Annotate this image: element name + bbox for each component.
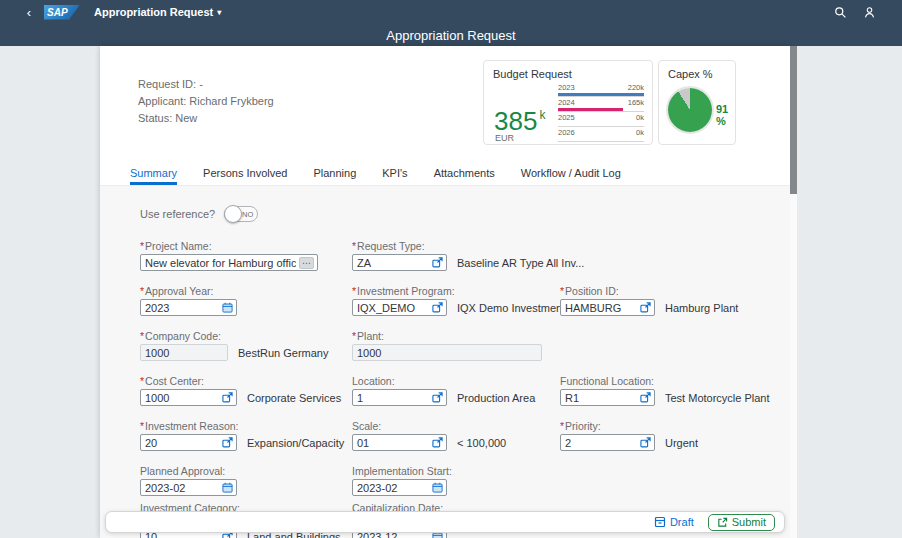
capex-card-title: Capex % (659, 61, 735, 80)
investment-program-input[interactable] (356, 302, 430, 314)
field-description: Expansion/Capacity (247, 437, 344, 449)
footer-toolbar: Draft Submit (105, 511, 785, 533)
capex-card[interactable]: Capex % 91 % (658, 60, 736, 145)
submit-button[interactable]: Submit (708, 514, 775, 531)
field-investment-reason: Investment Reason: Expansion/Capacity (140, 420, 344, 451)
field-priority: Priority: Urgent (560, 420, 698, 451)
draft-label: Draft (670, 516, 694, 528)
tab-planning[interactable]: Planning (313, 164, 356, 185)
planned-approval-input[interactable] (144, 482, 220, 494)
field-position-id: Position ID: Hamburg Plant (560, 285, 738, 316)
app-title-menu[interactable]: Appropriation Request ▾ (94, 6, 221, 18)
scrollbar-track[interactable] (790, 46, 797, 538)
use-reference-toggle[interactable]: NO (224, 206, 258, 222)
field-label: Implementation Start: (352, 465, 452, 478)
field-label: Plant: (352, 330, 542, 343)
calendar-icon[interactable] (222, 302, 233, 313)
tab-attachments[interactable]: Attachments (434, 164, 495, 185)
budget-amount: 385 (494, 106, 537, 136)
app-title: Appropriation Request (94, 6, 213, 18)
field-label: Priority: (560, 420, 698, 433)
object-header: Request ID: - Applicant: Richard Frykber… (100, 46, 790, 164)
capex-value: 91 % (716, 103, 735, 127)
more-icon[interactable]: ⋯ (299, 257, 314, 269)
value-help-icon[interactable] (432, 302, 443, 313)
field-label: Investment Reason: (140, 420, 344, 433)
budget-unit: k (539, 108, 545, 122)
calendar-icon[interactable] (222, 482, 233, 493)
field-label: Project Name: (140, 240, 318, 253)
implementation-start-input[interactable] (356, 482, 430, 494)
value-help-icon[interactable] (640, 437, 651, 448)
request-type-input[interactable] (356, 257, 430, 269)
project-name-input[interactable] (144, 257, 297, 269)
budget-request-card[interactable]: Budget Request 385k EUR 2023220k 2024165… (483, 60, 653, 145)
chart-row: 2024165k (558, 98, 644, 112)
field-approval-year: Approval Year: (140, 285, 237, 316)
cost-center-input[interactable] (144, 392, 220, 404)
value-help-icon[interactable] (640, 392, 651, 403)
submit-label: Submit (732, 516, 766, 528)
priority-input[interactable] (564, 437, 638, 449)
tab-workflow-audit-log[interactable]: Workflow / Audit Log (521, 164, 621, 185)
request-id: Request ID: - (138, 78, 274, 90)
chart-row: 2023220k (558, 83, 644, 97)
tab-persons-involved[interactable]: Persons Involved (203, 164, 287, 185)
plant-input (356, 347, 538, 359)
field-label: Company Code: (140, 330, 328, 343)
field-investment-program: Investment Program: IQX Demo Investment … (352, 285, 588, 316)
scale-input[interactable] (356, 437, 430, 449)
field-label: Cost Center: (140, 375, 341, 388)
header-meta: Request ID: - Applicant: Richard Frykber… (138, 78, 274, 129)
field-plant: Plant: (352, 330, 542, 361)
search-button[interactable] (834, 6, 847, 19)
functional-location-input[interactable] (564, 392, 638, 404)
field-label: Planned Approval: (140, 465, 237, 478)
field-description: Production Area (457, 392, 535, 404)
toggle-state: NO (242, 210, 253, 219)
value-help-icon[interactable] (432, 392, 443, 403)
field-description: Corporate Services (247, 392, 341, 404)
investment-reason-input[interactable] (144, 437, 220, 449)
field-functional-location: Functional Location: Test Motorcycle Pla… (560, 375, 770, 406)
value-help-icon[interactable] (222, 392, 233, 403)
field-cost-center: Cost Center: Corporate Services (140, 375, 341, 406)
submit-icon (717, 517, 728, 528)
chart-row: 20250k (558, 113, 644, 127)
field-company-code: Company Code: BestRun Germany (140, 330, 328, 361)
summary-form: Use reference? NO Project Name: ⋯ Reques… (100, 186, 790, 538)
tab-summary[interactable]: Summary (130, 164, 177, 185)
scrollbar-thumb[interactable] (790, 46, 797, 194)
back-button[interactable]: ‹ (14, 5, 44, 20)
calendar-icon[interactable] (432, 482, 443, 493)
use-reference-label: Use reference? (140, 208, 215, 220)
field-label: Request Type: (352, 240, 584, 253)
tab-bar: Summary Persons Involved Planning KPI's … (100, 164, 790, 186)
field-label: Position ID: (560, 285, 738, 298)
shell-bar: ‹ SAP Appropriation Request ▾ (0, 0, 902, 24)
applicant: Applicant: Richard Frykberg (138, 95, 274, 107)
approval-year-input[interactable] (144, 302, 220, 314)
value-help-icon[interactable] (432, 257, 443, 268)
value-help-icon[interactable] (432, 437, 443, 448)
field-label: Approval Year: (140, 285, 237, 298)
field-description: BestRun Germany (238, 347, 328, 359)
position-id-input[interactable] (564, 302, 638, 314)
value-help-icon[interactable] (640, 302, 651, 313)
sap-logo: SAP (44, 5, 80, 20)
field-description: < 100,000 (457, 437, 506, 449)
location-input[interactable] (356, 392, 430, 404)
field-label: Scale: (352, 420, 506, 433)
tab-kpis[interactable]: KPI's (382, 164, 407, 185)
use-reference-row: Use reference? NO (140, 206, 258, 222)
field-description: Baseline AR Type All Inv... (457, 257, 584, 269)
object-page: Request ID: - Applicant: Richard Frykber… (100, 46, 790, 538)
search-icon (834, 6, 847, 19)
user-button[interactable] (863, 6, 876, 19)
field-project-name: Project Name: ⋯ (140, 240, 318, 271)
value-help-icon[interactable] (222, 437, 233, 448)
person-icon (863, 6, 876, 19)
capex-donut (668, 88, 712, 132)
draft-button[interactable]: Draft (654, 516, 694, 528)
field-description: Test Motorcycle Plant (665, 392, 770, 404)
